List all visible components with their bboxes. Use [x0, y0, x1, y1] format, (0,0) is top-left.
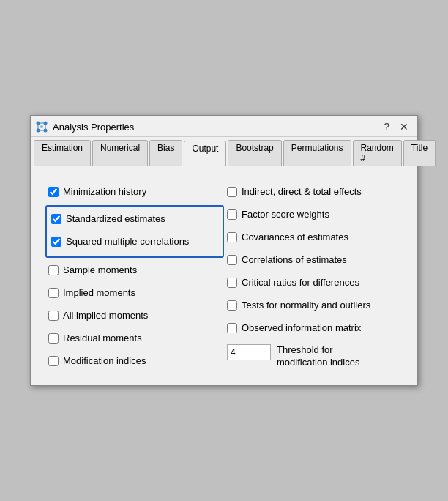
- label-implied-moments: Implied moments: [63, 287, 135, 300]
- option-observed-info-matrix: Observed information matrix: [224, 317, 403, 340]
- label-squared-multiple-correlations: Squared multiple correlations: [66, 236, 189, 248]
- checkbox-indirect-effects[interactable]: [227, 187, 237, 197]
- checkbox-all-implied-moments[interactable]: [48, 311, 59, 321]
- checkbox-factor-score-weights[interactable]: [227, 209, 237, 220]
- right-column: Indirect, direct & total effects Factor …: [224, 181, 403, 373]
- checkbox-observed-info-matrix[interactable]: [227, 323, 237, 333]
- threshold-container: Threshold formodification indices: [224, 340, 403, 374]
- option-indirect-effects: Indirect, direct & total effects: [224, 181, 403, 204]
- checkbox-normality-tests[interactable]: [227, 300, 237, 311]
- app-icon: [35, 120, 48, 133]
- option-standardized-estimates: Standardized estimates: [48, 208, 217, 231]
- label-all-implied-moments: All implied moments: [63, 310, 148, 322]
- highlight-box: Standardized estimates Squared multiple …: [45, 205, 224, 258]
- label-observed-info-matrix: Observed information matrix: [242, 322, 361, 335]
- tab-bootstrap[interactable]: Bootstrap: [228, 140, 281, 166]
- title-bar-left: Analysis Properties: [35, 120, 134, 133]
- label-indirect-effects: Indirect, direct & total effects: [242, 186, 362, 198]
- label-minimization-history: Minimization history: [63, 186, 146, 198]
- threshold-label: Threshold formodification indices: [277, 344, 359, 369]
- label-factor-score-weights: Factor score weights: [242, 209, 329, 221]
- checkbox-covariances-estimates[interactable]: [227, 232, 237, 242]
- tab-output[interactable]: Output: [184, 141, 226, 166]
- content-area: Minimization history Standardized estima…: [31, 166, 417, 385]
- checkbox-sample-moments[interactable]: [48, 265, 59, 275]
- label-modification-indices: Modification indices: [63, 355, 146, 368]
- label-critical-ratios: Critical ratios for differences: [242, 277, 359, 289]
- tab-title[interactable]: Title: [403, 140, 436, 166]
- option-factor-score-weights: Factor score weights: [224, 204, 403, 226]
- tab-permutations[interactable]: Permutations: [283, 140, 351, 166]
- threshold-input[interactable]: [227, 344, 271, 360]
- label-covariances-estimates: Covariances of estimates: [242, 231, 348, 244]
- option-all-implied-moments: All implied moments: [45, 305, 224, 327]
- option-covariances-estimates: Covariances of estimates: [224, 226, 403, 249]
- option-normality-tests: Tests for normality and outliers: [224, 294, 403, 317]
- checkbox-standardized-estimates[interactable]: [51, 214, 61, 224]
- tab-bar: Estimation Numerical Bias Output Bootstr…: [31, 137, 417, 166]
- svg-point-4: [40, 125, 43, 128]
- option-sample-moments: Sample moments: [45, 259, 224, 282]
- checkbox-critical-ratios[interactable]: [227, 278, 237, 288]
- option-squared-multiple-correlations: Squared multiple correlations: [48, 231, 217, 253]
- options-grid: Minimization history Standardized estima…: [45, 181, 403, 373]
- help-button[interactable]: ?: [381, 122, 392, 132]
- label-standardized-estimates: Standardized estimates: [66, 213, 165, 226]
- title-bar: Analysis Properties ? ✕: [31, 116, 417, 137]
- checkbox-implied-moments[interactable]: [48, 288, 59, 298]
- analysis-properties-dialog: Analysis Properties ? ✕ Estimation Numer…: [30, 115, 418, 385]
- option-correlations-estimates: Correlations of estimates: [224, 249, 403, 272]
- label-sample-moments: Sample moments: [63, 264, 137, 277]
- option-critical-ratios: Critical ratios for differences: [224, 272, 403, 294]
- option-modification-indices: Modification indices: [45, 350, 224, 373]
- close-button[interactable]: ✕: [397, 122, 411, 132]
- checkbox-minimization-history[interactable]: [48, 187, 59, 197]
- checkbox-residual-moments[interactable]: [48, 333, 59, 344]
- dialog-title: Analysis Properties: [53, 122, 134, 133]
- option-residual-moments: Residual moments: [45, 327, 224, 350]
- tab-estimation[interactable]: Estimation: [34, 140, 91, 166]
- label-correlations-estimates: Correlations of estimates: [242, 254, 347, 267]
- checkbox-squared-multiple-correlations[interactable]: [51, 237, 61, 247]
- tab-random[interactable]: Random #: [353, 140, 402, 166]
- label-residual-moments: Residual moments: [63, 333, 142, 345]
- tab-bias[interactable]: Bias: [149, 140, 182, 166]
- option-minimization-history: Minimization history: [45, 181, 224, 204]
- option-implied-moments: Implied moments: [45, 282, 224, 305]
- left-column: Minimization history Standardized estima…: [45, 181, 224, 373]
- label-normality-tests: Tests for normality and outliers: [242, 300, 370, 312]
- tab-numerical[interactable]: Numerical: [92, 140, 148, 166]
- title-controls: ? ✕: [381, 122, 411, 132]
- checkbox-correlations-estimates[interactable]: [227, 255, 237, 265]
- checkbox-modification-indices[interactable]: [48, 356, 59, 366]
